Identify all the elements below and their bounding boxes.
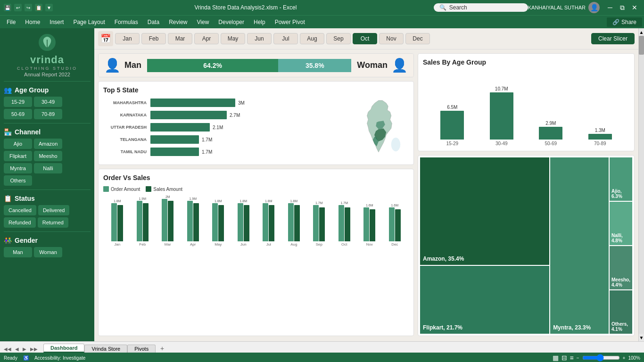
close-button[interactable]: ✕ xyxy=(629,4,640,11)
sheet-right-btn[interactable]: ▶ xyxy=(21,346,28,353)
clear-slicer-button[interactable]: Clear Slicer xyxy=(591,33,635,44)
menu-insert[interactable]: Insert xyxy=(45,17,68,27)
age-bar xyxy=(490,92,513,140)
channel-nalli[interactable]: Nalli xyxy=(34,163,62,173)
normal-view-btn[interactable]: ▦ xyxy=(553,354,559,362)
redo-icon[interactable]: ↪ xyxy=(25,4,32,11)
channel-meesho[interactable]: Meesho xyxy=(34,151,62,161)
search-box[interactable]: 🔍 Search xyxy=(434,3,528,12)
brand-name: vrinda xyxy=(4,54,91,66)
menu-file[interactable]: File xyxy=(2,17,20,27)
macro-icon[interactable]: 📋 xyxy=(35,4,42,11)
sheet-left-btn[interactable]: ◀ xyxy=(13,346,21,353)
tab-dashboard[interactable]: Dashboard xyxy=(43,344,84,353)
treemap-small-1: Nalli, 4.8% xyxy=(610,202,632,245)
window-controls[interactable]: ─ ⧉ ✕ xyxy=(604,4,640,11)
scrollbar-vertical[interactable]: ▲ ▼ xyxy=(638,28,644,341)
india-map xyxy=(352,99,409,160)
menu-developer[interactable]: Developer xyxy=(214,17,249,27)
slicer-feb[interactable]: Feb xyxy=(141,33,166,44)
month-label: Jun xyxy=(240,242,247,247)
gender-woman[interactable]: Woman xyxy=(34,247,62,257)
age-group-buttons: 15-29 30-49 50-69 70-89 xyxy=(4,97,91,119)
status-refunded[interactable]: Refunded xyxy=(4,217,36,228)
bar-fill-tn xyxy=(150,148,199,156)
age-btn-15-29[interactable]: 15-29 xyxy=(4,97,32,107)
slicer-sep[interactable]: Sep xyxy=(326,33,351,44)
page-break-btn[interactable]: ≡ xyxy=(570,354,574,362)
order-label-sep: 1.7M xyxy=(315,201,323,205)
customize-icon[interactable]: ▼ xyxy=(45,4,53,11)
tab-pivots[interactable]: Pivots xyxy=(127,345,156,353)
add-sheet-btn[interactable]: + xyxy=(157,344,167,353)
bar-track-maharashtra: 3M xyxy=(150,99,348,107)
share-button[interactable]: 🔗 Share xyxy=(607,17,642,27)
age-chart: Sales By Age Group 6.5M15-2910.7M30-492.… xyxy=(418,53,635,151)
scroll-up-btn[interactable]: ▲ xyxy=(639,28,644,36)
month-label: Aug xyxy=(290,242,297,247)
channel-myntra[interactable]: Myntra xyxy=(4,163,32,173)
sheet-next-btn[interactable]: ▶▶ xyxy=(28,346,40,353)
save-icon[interactable]: 💾 xyxy=(4,4,11,11)
menu-home[interactable]: Home xyxy=(20,17,45,27)
channel-amazon[interactable]: Amazon xyxy=(34,139,62,149)
scroll-thumb[interactable] xyxy=(639,36,644,55)
search-placeholder: Search xyxy=(449,4,467,11)
age-btn-30-49[interactable]: 30-49 xyxy=(34,97,62,107)
menu-powerpivot[interactable]: Power Pivot xyxy=(270,17,310,27)
channel-flipkart[interactable]: Flipkart xyxy=(4,151,32,161)
sales-bar xyxy=(345,207,350,241)
zoom-slider[interactable] xyxy=(582,354,620,362)
scroll-down-btn[interactable]: ▼ xyxy=(639,334,644,341)
menu-data[interactable]: Data xyxy=(143,17,164,27)
page-layout-btn[interactable]: ⊟ xyxy=(561,354,567,362)
status-buttons: Cancelled Delivered Refunded Returned xyxy=(4,205,91,228)
content-area: 📅 Jan Feb Mar Apr May Jun Jul Aug Sep Oc… xyxy=(94,28,638,341)
age-btn-70-89[interactable]: 70-89 xyxy=(34,109,62,119)
slicer-jul[interactable]: Jul xyxy=(273,33,298,44)
order-label-may: 1.8M xyxy=(215,199,222,203)
zoom-plus[interactable]: + xyxy=(623,355,626,361)
tab-vrinda-store[interactable]: Vrinda Store xyxy=(84,345,127,353)
slicer-may[interactable]: May xyxy=(221,33,245,44)
undo-icon[interactable]: ↩ xyxy=(14,4,22,11)
menu-review[interactable]: Review xyxy=(164,17,192,27)
restore-button[interactable]: ⧉ xyxy=(617,4,628,11)
channel-others[interactable]: Others xyxy=(4,175,32,186)
slicer-jan[interactable]: Jan xyxy=(115,33,140,44)
zoom-minus[interactable]: − xyxy=(577,355,579,361)
month-group-dec: 1.6MDec xyxy=(383,204,407,247)
top5-title: Top 5 State xyxy=(103,86,409,94)
status-delivered[interactable]: Delivered xyxy=(38,205,69,215)
slicer-nov[interactable]: Nov xyxy=(379,33,404,44)
age-btn-50-69[interactable]: 50-69 xyxy=(4,109,32,119)
menu-pagelayout[interactable]: Page Layout xyxy=(68,17,109,27)
order-label-aug: 1.8M xyxy=(290,199,297,203)
menu-formulas[interactable]: Formulas xyxy=(110,17,143,27)
titlebar-file-icons[interactable]: 💾 ↩ ↪ 📋 ▼ xyxy=(4,4,53,11)
slicer-aug[interactable]: Aug xyxy=(300,33,324,44)
order-bar xyxy=(263,203,268,241)
bars-mar xyxy=(162,199,173,241)
minimize-button[interactable]: ─ xyxy=(604,4,616,11)
status-returned[interactable]: Returned xyxy=(38,217,68,228)
status-cancelled[interactable]: Cancelled xyxy=(4,205,36,215)
bottom-area: ◀◀ ◀ ▶ ▶▶ Dashboard Vrinda Store Pivots … xyxy=(0,341,644,362)
bar-track-telangana: 1.7M xyxy=(150,135,348,144)
bar-value-telangana: 1.7M xyxy=(202,137,212,142)
month-label: Oct xyxy=(341,242,347,247)
slicer-apr[interactable]: Apr xyxy=(194,33,219,44)
channel-ajio[interactable]: Ajio xyxy=(4,139,32,149)
menu-help[interactable]: Help xyxy=(249,17,270,27)
slicer-mar[interactable]: Mar xyxy=(168,33,192,44)
dashboard-right: Sales By Age Group 6.5M15-2910.7M30-492.… xyxy=(418,53,635,336)
slicer-dec[interactable]: Dec xyxy=(405,33,430,44)
gender-title: 👫 Gender xyxy=(4,237,91,244)
treemap-amazon: Amazon, 35.4% xyxy=(420,157,549,265)
menu-view[interactable]: View xyxy=(192,17,214,27)
calendar-icon: 📅 xyxy=(98,31,113,46)
gender-man[interactable]: Man xyxy=(4,247,32,257)
slicer-jun[interactable]: Jun xyxy=(247,33,272,44)
slicer-oct[interactable]: Oct xyxy=(353,33,377,44)
sheet-prev-btn[interactable]: ◀◀ xyxy=(2,346,13,353)
